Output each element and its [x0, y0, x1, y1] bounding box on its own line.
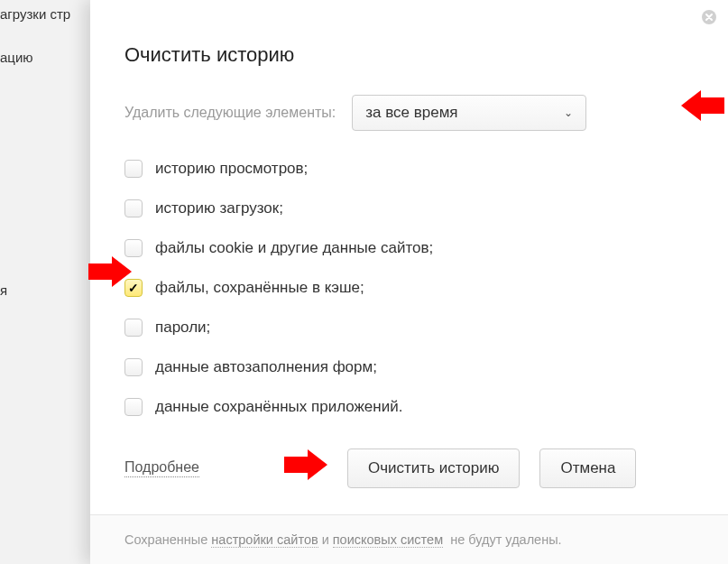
dialog-footer: Сохраненные настройки сайтов и поисковых… — [90, 514, 728, 564]
option-cookies[interactable]: файлы cookie и другие данные сайтов; — [124, 228, 630, 268]
time-range-value: за все время — [365, 104, 457, 122]
time-range-row: Удалить следующие элементы: за все время… — [124, 95, 586, 131]
option-label: данные автозаполнения форм; — [155, 358, 377, 376]
option-label: файлы, сохранённые в кэше; — [155, 279, 364, 297]
dialog-title: Очистить историю — [124, 43, 294, 67]
close-icon[interactable] — [699, 9, 719, 29]
checkbox[interactable] — [124, 239, 143, 257]
footer-link-search[interactable]: поисковых систем — [333, 532, 443, 548]
footer-link-sites[interactable]: настройки сайтов — [211, 532, 318, 548]
option-cache[interactable]: файлы, сохранённые в кэше; — [124, 268, 630, 308]
clear-button[interactable]: Очистить историю — [347, 448, 520, 488]
option-label: историю загрузок; — [155, 199, 283, 217]
option-label: данные сохранённых приложений. — [155, 398, 402, 416]
more-link[interactable]: Подробнее — [124, 459, 199, 477]
dialog-actions: Подробнее Очистить историю Отмена — [124, 448, 636, 488]
checkbox-list: историю просмотров; историю загрузок; фа… — [124, 149, 630, 427]
footer-text-mid: и — [322, 532, 329, 547]
option-download-history[interactable]: историю загрузок; — [124, 189, 630, 228]
option-autofill[interactable]: данные автозаполнения форм; — [124, 347, 630, 387]
option-label: пароли; — [155, 319, 210, 337]
option-hosted-apps[interactable]: данные сохранённых приложений. — [124, 387, 630, 427]
checkbox[interactable] — [124, 319, 143, 337]
option-passwords[interactable]: пароли; — [124, 308, 630, 347]
checkbox[interactable] — [124, 279, 143, 297]
footer-text-post: не будут удалены. — [450, 532, 562, 547]
checkbox[interactable] — [124, 358, 143, 376]
footer-text-pre: Сохраненные — [124, 532, 207, 547]
chevron-down-icon: ⌄ — [564, 106, 573, 119]
checkbox[interactable] — [124, 398, 143, 416]
clear-history-dialog: Очистить историю Удалить следующие элеме… — [90, 0, 728, 564]
option-browsing-history[interactable]: историю просмотров; — [124, 149, 630, 189]
option-label: файлы cookie и другие данные сайтов; — [155, 239, 433, 257]
time-range-label: Удалить следующие элементы: — [124, 105, 336, 121]
option-label: историю просмотров; — [155, 160, 308, 178]
checkbox[interactable] — [124, 160, 143, 178]
time-range-select[interactable]: за все время ⌄ — [352, 95, 586, 131]
checkbox[interactable] — [124, 199, 143, 217]
cancel-button[interactable]: Отмена — [539, 448, 636, 488]
